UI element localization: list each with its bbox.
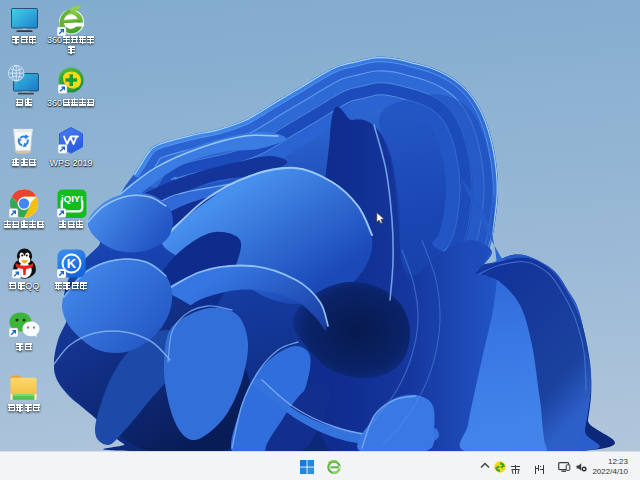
svg-text:K: K [67,256,77,271]
svg-text:iQIYI: iQIYI [61,193,83,204]
